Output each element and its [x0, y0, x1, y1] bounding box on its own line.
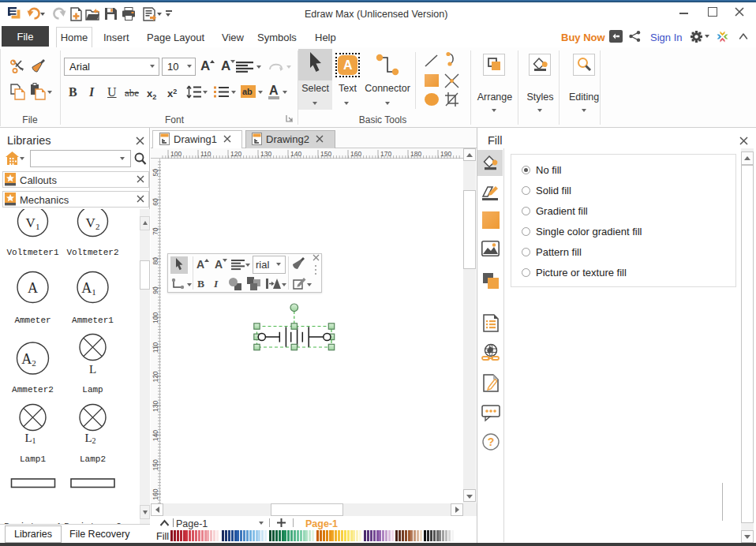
- svg-text:90: 90: [152, 286, 159, 294]
- svg-text:100: 100: [152, 312, 159, 323]
- svg-text:60: 60: [152, 198, 159, 206]
- svg-text:120: 120: [152, 371, 159, 382]
- svg-text:V1: V1: [26, 215, 40, 231]
- svg-text:170: 170: [380, 150, 391, 158]
- svg-text:Ammeter1: Ammeter1: [72, 316, 114, 325]
- svg-text:?: ?: [488, 436, 495, 448]
- svg-text:L2: L2: [84, 432, 95, 445]
- svg-text:V2: V2: [86, 215, 100, 231]
- svg-text:50: 50: [152, 169, 159, 177]
- svg-text:110: 110: [200, 150, 211, 158]
- svg-text:Lamp1: Lamp1: [20, 454, 46, 464]
- svg-text:140: 140: [152, 430, 159, 441]
- svg-text:Ammeter2: Ammeter2: [12, 385, 54, 395]
- svg-text:130: 130: [152, 400, 159, 411]
- svg-text:180: 180: [410, 150, 421, 158]
- svg-text:190: 190: [440, 150, 451, 158]
- svg-text:A: A: [28, 280, 38, 296]
- svg-text:110: 110: [152, 342, 159, 353]
- svg-text:Voltmeter2: Voltmeter2: [66, 248, 118, 257]
- svg-text:120: 120: [230, 150, 241, 158]
- svg-text:140: 140: [290, 150, 301, 158]
- svg-text:100: 100: [170, 150, 182, 158]
- svg-text:160: 160: [350, 150, 361, 158]
- svg-text:80: 80: [152, 257, 159, 265]
- svg-text:150: 150: [320, 150, 331, 158]
- svg-text:Lamp2: Lamp2: [80, 454, 106, 464]
- svg-text:160: 160: [152, 488, 159, 499]
- svg-text:150: 150: [152, 459, 159, 470]
- svg-text:130: 130: [260, 150, 271, 158]
- svg-text:Lamp: Lamp: [82, 385, 103, 395]
- svg-text:Ammeter: Ammeter: [14, 316, 51, 325]
- svg-text:L1: L1: [24, 432, 36, 445]
- svg-text:Voltmeter1: Voltmeter1: [6, 248, 58, 257]
- svg-text:A1: A1: [81, 280, 96, 297]
- svg-text:A2: A2: [21, 351, 36, 368]
- svg-text:70: 70: [152, 227, 159, 235]
- svg-text:L: L: [89, 363, 96, 376]
